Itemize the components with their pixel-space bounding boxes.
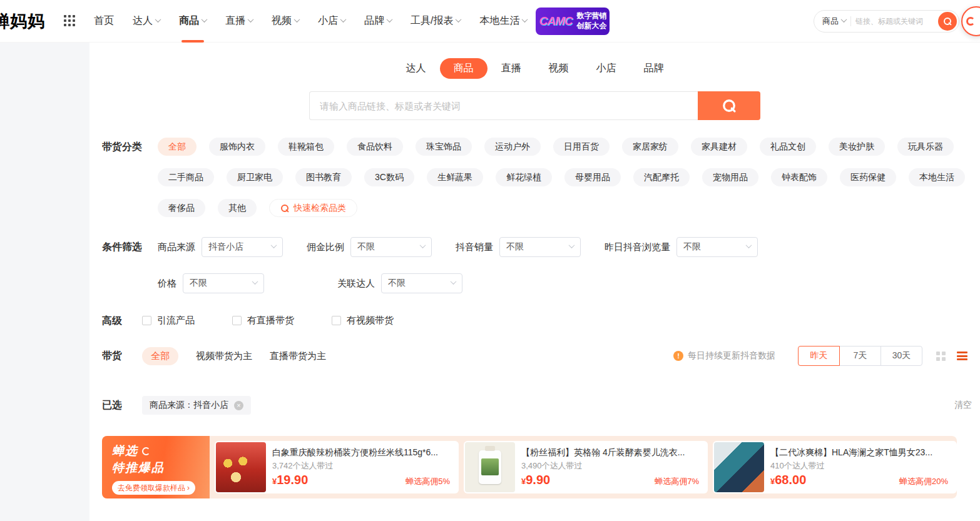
- tab-shop[interactable]: 小店: [596, 62, 616, 75]
- linked-talents-select[interactable]: 不限: [381, 273, 462, 293]
- category-pill[interactable]: 钟表配饰: [771, 168, 827, 186]
- product-image: [714, 442, 764, 492]
- commission-ratio-select[interactable]: 不限: [350, 237, 432, 257]
- nav-item-shop[interactable]: 小店: [318, 0, 345, 43]
- filter-name: 佣金比例: [307, 241, 344, 253]
- filter-yesterday-views: 昨日抖音浏览量 不限: [605, 237, 758, 257]
- product-bottom-row: ¥9.90 蝉选高佣7%: [521, 473, 699, 487]
- clear-filters-button[interactable]: 清空: [954, 400, 972, 411]
- condition-rows: 商品来源 抖音小店 佣金比例 不限 抖音销量 不限: [158, 237, 782, 293]
- product-talent-count: 3,490个达人带过: [521, 460, 699, 472]
- chanxuan-promo-card[interactable]: 蝉选 特推爆品 去免费领取爆款样品 ›: [102, 436, 210, 498]
- advanced-option-live[interactable]: 有直播带货: [232, 315, 294, 326]
- logo[interactable]: 蝉妈妈: [0, 10, 45, 33]
- bottle-shape: [479, 450, 501, 484]
- app-grid-icon[interactable]: [64, 15, 76, 28]
- top-header: 蝉妈妈 首页 达人 商品 直播 视频 小店 品牌: [0, 0, 980, 43]
- sales-mode-section: 带货 全部 视频带货为主 直播带货为主 ! 每日持续更新抖音数据 昨天 7天 3…: [89, 346, 980, 366]
- tab-video[interactable]: 视频: [549, 62, 569, 75]
- tab-brand[interactable]: 品牌: [644, 62, 664, 75]
- section-label: 带货: [102, 346, 142, 366]
- yesterday-views-select[interactable]: 不限: [676, 237, 758, 257]
- category-pills: 全部 服饰内衣 鞋靴箱包 食品饮料 珠宝饰品 运动户外 日用百货 家居家纺 家具…: [158, 138, 965, 217]
- douyin-sales-select[interactable]: 不限: [499, 237, 581, 257]
- date-filter-7d[interactable]: 7天: [839, 346, 881, 366]
- category-pill[interactable]: 家具建材: [691, 138, 747, 156]
- advanced-option-traffic[interactable]: 引流产品: [142, 315, 195, 326]
- product-commission: 蝉选高佣5%: [406, 476, 450, 487]
- main-search-button[interactable]: [698, 91, 760, 120]
- price-select[interactable]: 不限: [183, 273, 264, 293]
- remove-filter-icon[interactable]: ×: [234, 401, 243, 410]
- select-value: 不限: [683, 241, 701, 253]
- category-pill[interactable]: 宠物用品: [702, 168, 758, 186]
- list-view-icon[interactable]: [957, 352, 967, 360]
- checkbox[interactable]: [232, 316, 242, 325]
- category-pill[interactable]: 服饰内衣: [209, 138, 265, 156]
- tab-products[interactable]: 商品: [440, 58, 487, 79]
- nav-label: 首页: [94, 14, 114, 28]
- product-title[interactable]: 【粉丝福利】英格翰 4斤装酵素婴儿洗衣...: [521, 447, 699, 458]
- category-pill[interactable]: 医药保健: [840, 168, 896, 186]
- nav-item-tools[interactable]: 工具/报表: [411, 0, 461, 43]
- category-pill[interactable]: 厨卫家电: [227, 168, 283, 186]
- advanced-option-video[interactable]: 有视频带货: [332, 315, 394, 326]
- category-pill[interactable]: 鞋靴箱包: [278, 138, 334, 156]
- category-pill[interactable]: 礼品文创: [760, 138, 816, 156]
- category-pill[interactable]: 3C数码: [364, 168, 414, 186]
- camc-banner[interactable]: CAMC 数字营销 创新大会: [536, 8, 610, 35]
- free-sample-button[interactable]: 去免费领取爆款样品 ›: [112, 481, 195, 495]
- sales-mode-live[interactable]: 直播带货为主: [270, 350, 326, 362]
- header-search-category-select[interactable]: 商品: [814, 16, 846, 27]
- sales-mode-all[interactable]: 全部: [142, 347, 178, 365]
- category-pill[interactable]: 运动户外: [484, 138, 541, 156]
- product-source-select[interactable]: 抖音小店: [202, 237, 283, 257]
- header-search-input[interactable]: [855, 17, 938, 26]
- category-pill[interactable]: 珠宝饰品: [416, 138, 472, 156]
- category-pill[interactable]: 玩具乐器: [897, 138, 954, 156]
- category-pill[interactable]: 全部: [158, 138, 197, 156]
- tab-talent[interactable]: 达人: [406, 62, 426, 75]
- header-search-button[interactable]: [938, 12, 957, 31]
- nav-item-video[interactable]: 视频: [272, 0, 299, 43]
- tab-live[interactable]: 直播: [501, 62, 521, 75]
- grid-view-icon[interactable]: [936, 352, 946, 361]
- category-pill[interactable]: 本地生活: [909, 168, 965, 186]
- main-search-input[interactable]: [309, 91, 698, 120]
- nav-item-talent[interactable]: 达人: [133, 0, 160, 43]
- date-filter-30d[interactable]: 30天: [880, 346, 922, 366]
- nav-item-local[interactable]: 本地生活: [479, 0, 527, 43]
- nav-item-live[interactable]: 直播: [225, 0, 253, 43]
- product-title[interactable]: 【二代冰爽棉】HLA海澜之家T恤男女23...: [770, 447, 948, 458]
- nav-item-brand[interactable]: 品牌: [364, 0, 392, 43]
- product-talent-count: 3,742个达人带过: [272, 460, 450, 472]
- checkbox[interactable]: [142, 316, 151, 325]
- select-value: 不限: [190, 278, 207, 289]
- quick-category-search[interactable]: 快速检索品类: [269, 199, 357, 217]
- category-pill[interactable]: 图书教育: [295, 168, 352, 186]
- category-pill[interactable]: 奢侈品: [158, 199, 205, 217]
- category-pill[interactable]: 鲜花绿植: [496, 168, 552, 186]
- nav-item-home[interactable]: 首页: [94, 0, 114, 43]
- divider: [850, 16, 851, 26]
- category-pill[interactable]: 美妆护肤: [829, 138, 885, 156]
- category-pill[interactable]: 生鲜蔬果: [427, 168, 483, 186]
- product-title[interactable]: 白象重庆酸辣粉桶装方便粉丝米线115g*6...: [272, 447, 450, 458]
- category-pill[interactable]: 二手商品: [158, 168, 214, 186]
- info-icon: !: [673, 351, 683, 361]
- category-pill[interactable]: 家居家纺: [622, 138, 678, 156]
- nav-item-products[interactable]: 商品: [179, 0, 207, 43]
- category-pill[interactable]: 食品饮料: [347, 138, 403, 156]
- category-pill[interactable]: 汽配摩托: [633, 168, 690, 186]
- checkbox[interactable]: [332, 316, 341, 325]
- product-card[interactable]: 白象重庆酸辣粉桶装方便粉丝米线115g*6... 3,742个达人带过 ¥19.…: [215, 441, 459, 493]
- category-pill[interactable]: 母婴用品: [564, 168, 621, 186]
- product-card[interactable]: 【二代冰爽棉】HLA海澜之家T恤男女23... 410个达人带过 ¥68.00 …: [713, 441, 957, 493]
- category-pill[interactable]: 日用百货: [553, 138, 610, 156]
- product-card[interactable]: 【粉丝福利】英格翰 4斤装酵素婴儿洗衣... 3,490个达人带过 ¥9.90 …: [464, 441, 708, 493]
- chevron-down-icon: [569, 242, 575, 248]
- date-filter-yesterday[interactable]: 昨天: [798, 346, 840, 366]
- sales-mode-video[interactable]: 视频带货为主: [196, 350, 252, 362]
- category-pill[interactable]: 其他: [218, 199, 257, 217]
- checkbox-label: 有视频带货: [347, 315, 394, 326]
